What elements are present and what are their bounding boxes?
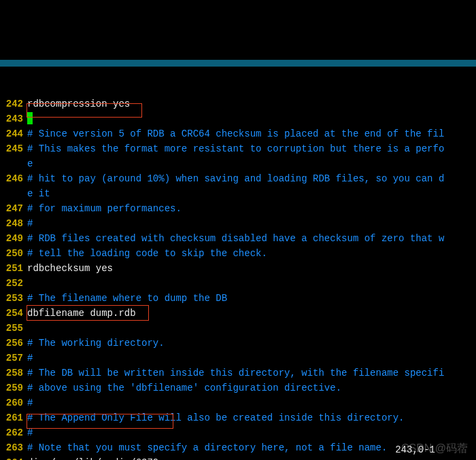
code-line: 261# The Append Only File will also be c… [0, 410, 476, 425]
line-number: 254 [0, 306, 27, 321]
code-line: 252 [0, 276, 476, 291]
code-text: # The Append Only File will also be crea… [27, 410, 476, 425]
code-line: 249# RDB files created with checksum dis… [0, 231, 476, 246]
code-text: rdbcompression yes [27, 96, 476, 111]
line-number: 258 [0, 366, 27, 381]
code-text: dbfilename dump.rdb [27, 306, 476, 321]
code-text: rdbchecksum yes [27, 261, 476, 276]
line-number: 255 [0, 321, 27, 336]
vim-status-position: 243,0-1 [395, 442, 435, 457]
code-text: # [27, 351, 476, 366]
line-number [0, 156, 27, 171]
line-number: 248 [0, 216, 27, 231]
code-text: e it [27, 186, 476, 201]
code-text: # The working directory. [27, 336, 476, 351]
code-text: # tell the loading code to skip the chec… [27, 246, 476, 261]
code-line: 246# hit to pay (around 10%) when saving… [0, 171, 476, 186]
code-text: # hit to pay (around 10%) when saving an… [27, 171, 476, 186]
line-number: 249 [0, 231, 27, 246]
code-text [27, 276, 476, 291]
code-line: 253# The filename where to dump the DB [0, 291, 476, 306]
code-line: 244# Since version 5 of RDB a CRC64 chec… [0, 126, 476, 141]
code-line: 258# The DB will be written inside this … [0, 366, 476, 381]
code-line: 242rdbcompression yes [0, 96, 476, 111]
line-number: 252 [0, 276, 27, 291]
code-text: # above using the 'dbfilename' configura… [27, 381, 476, 395]
line-number: 244 [0, 126, 27, 141]
line-number: 247 [0, 201, 27, 216]
line-number: 246 [0, 171, 27, 186]
code-line: 251rdbchecksum yes [0, 261, 476, 276]
code-text: # This makes the format more resistant t… [27, 141, 476, 156]
line-number: 245 [0, 141, 27, 156]
line-number: 242 [0, 96, 27, 111]
code-line: e [0, 156, 476, 171]
line-number: 260 [0, 395, 27, 410]
code-text: # RDB files created with checksum disabl… [27, 231, 476, 246]
line-number: 253 [0, 291, 27, 306]
code-text: # [27, 425, 476, 440]
editor-viewport[interactable]: 242rdbcompression yes243244# Since versi… [0, 96, 476, 460]
code-text: # [27, 395, 476, 410]
code-line: 255 [0, 321, 476, 336]
code-text: # The filename where to dump the DB [27, 291, 476, 306]
window-titlebar [0, 60, 476, 67]
code-text [27, 321, 476, 336]
code-text: # The DB will be written inside this dir… [27, 366, 476, 381]
code-text: # [27, 216, 476, 231]
code-line: 243 [0, 111, 476, 126]
line-number: 256 [0, 336, 27, 351]
code-line: 257# [0, 351, 476, 366]
code-line: 247# for maximum performances. [0, 201, 476, 216]
line-number: 262 [0, 425, 27, 440]
code-line: 245# This makes the format more resistan… [0, 141, 476, 156]
line-number: 251 [0, 261, 27, 276]
code-line: 259# above using the 'dbfilename' config… [0, 381, 476, 395]
code-line: 260# [0, 395, 476, 410]
code-line: 262# [0, 425, 476, 440]
code-line: 254dbfilename dump.rdb [0, 306, 476, 321]
line-number [0, 186, 27, 201]
line-number: 263 [0, 440, 27, 455]
code-text [27, 111, 476, 126]
code-text: # for maximum performances. [27, 201, 476, 216]
code-text: e [27, 156, 476, 171]
text-cursor [27, 112, 33, 124]
code-line: e it [0, 186, 476, 201]
line-number: 250 [0, 246, 27, 261]
code-line: 250# tell the loading code to skip the c… [0, 246, 476, 261]
code-line: 256# The working directory. [0, 336, 476, 351]
line-number: 243 [0, 111, 27, 126]
line-number: 264 [0, 455, 27, 460]
line-number: 257 [0, 351, 27, 366]
code-text: # Since version 5 of RDB a CRC64 checksu… [27, 126, 476, 141]
line-number: 259 [0, 381, 27, 395]
code-line: 248# [0, 216, 476, 231]
line-number: 261 [0, 410, 27, 425]
